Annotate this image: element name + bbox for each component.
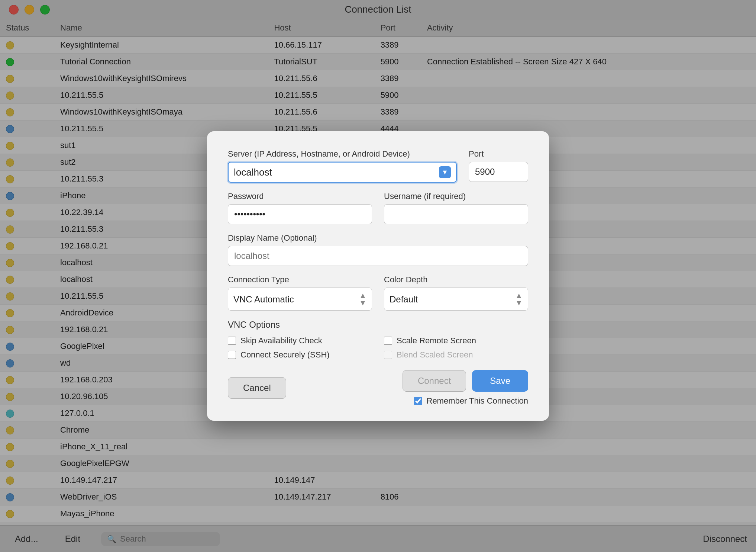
connection-dialog: Server (IP Address, Hostname, or Android… — [207, 131, 549, 421]
port-input[interactable]: 5900 — [469, 162, 528, 182]
connection-type-select[interactable]: VNC Automatic VNC RDP SSH — [233, 294, 356, 304]
color-depth-arrows-icon: ▲▼ — [515, 292, 523, 307]
connection-type-field: Connection Type VNC Automatic VNC RDP SS… — [228, 275, 372, 311]
vnc-options-grid: Skip Availability Check Scale Remote Scr… — [228, 336, 528, 360]
password-input[interactable] — [228, 204, 372, 224]
modal-footer: Cancel Connect Save Remember This Connec… — [228, 370, 528, 406]
connect-button[interactable]: Connect — [403, 370, 466, 392]
connect-securely-checkbox[interactable] — [228, 351, 236, 359]
skip-availability-checkbox[interactable] — [228, 337, 236, 345]
display-name-field: Display Name (Optional) — [228, 233, 528, 266]
blend-scaled-checkbox — [384, 351, 392, 359]
blend-scaled-row: Blend Scaled Screen — [384, 350, 528, 360]
display-name-label: Display Name (Optional) — [228, 233, 528, 243]
server-dropdown-button[interactable]: ▼ — [439, 166, 451, 178]
username-label: Username (if required) — [384, 192, 528, 201]
remember-label: Remember This Connection — [427, 396, 529, 406]
scale-remote-row[interactable]: Scale Remote Screen — [384, 336, 528, 346]
connection-type-wrapper: VNC Automatic VNC RDP SSH ▲▼ — [228, 288, 372, 311]
blend-scaled-label: Blend Scaled Screen — [397, 350, 473, 360]
cancel-button[interactable]: Cancel — [228, 377, 286, 399]
server-field: Server (IP Address, Hostname, or Android… — [228, 149, 457, 183]
color-depth-select[interactable]: Default 256 Colors Thousands Millions — [390, 294, 512, 304]
footer-right: Connect Save Remember This Connection — [403, 370, 528, 406]
username-input[interactable] — [384, 204, 528, 224]
save-button[interactable]: Save — [472, 370, 528, 392]
server-label: Server (IP Address, Hostname, or Android… — [228, 149, 457, 159]
server-input[interactable] — [234, 167, 439, 178]
type-color-row: Connection Type VNC Automatic VNC RDP SS… — [228, 275, 528, 311]
connect-securely-label: Connect Securely (SSH) — [240, 350, 330, 360]
remember-checkbox[interactable] — [414, 397, 422, 405]
footer-buttons-row: Connect Save — [403, 370, 528, 392]
skip-availability-row[interactable]: Skip Availability Check — [228, 336, 372, 346]
password-label: Password — [228, 192, 372, 201]
modal-overlay: Server (IP Address, Hostname, or Android… — [0, 0, 756, 552]
server-port-row: Server (IP Address, Hostname, or Android… — [228, 149, 528, 183]
server-input-wrapper: ▼ — [228, 162, 457, 183]
vnc-options-section: VNC Options Skip Availability Check Scal… — [228, 320, 528, 360]
scale-remote-checkbox[interactable] — [384, 337, 392, 345]
display-name-input[interactable] — [228, 246, 528, 266]
color-depth-field: Color Depth Default 256 Colors Thousands… — [384, 275, 528, 311]
remember-row[interactable]: Remember This Connection — [414, 396, 529, 406]
password-field: Password — [228, 192, 372, 224]
connection-type-label: Connection Type — [228, 275, 372, 285]
scale-remote-label: Scale Remote Screen — [397, 336, 476, 346]
connect-securely-row[interactable]: Connect Securely (SSH) — [228, 350, 372, 360]
color-depth-wrapper: Default 256 Colors Thousands Millions ▲▼ — [384, 288, 528, 311]
color-depth-label: Color Depth — [384, 275, 528, 285]
auth-row: Password Username (if required) — [228, 192, 528, 224]
port-label: Port — [469, 149, 528, 159]
username-field: Username (if required) — [384, 192, 528, 224]
port-field: Port 5900 — [469, 149, 528, 183]
select-arrows-icon: ▲▼ — [359, 292, 366, 307]
skip-availability-label: Skip Availability Check — [240, 336, 322, 346]
vnc-options-title: VNC Options — [228, 320, 528, 330]
